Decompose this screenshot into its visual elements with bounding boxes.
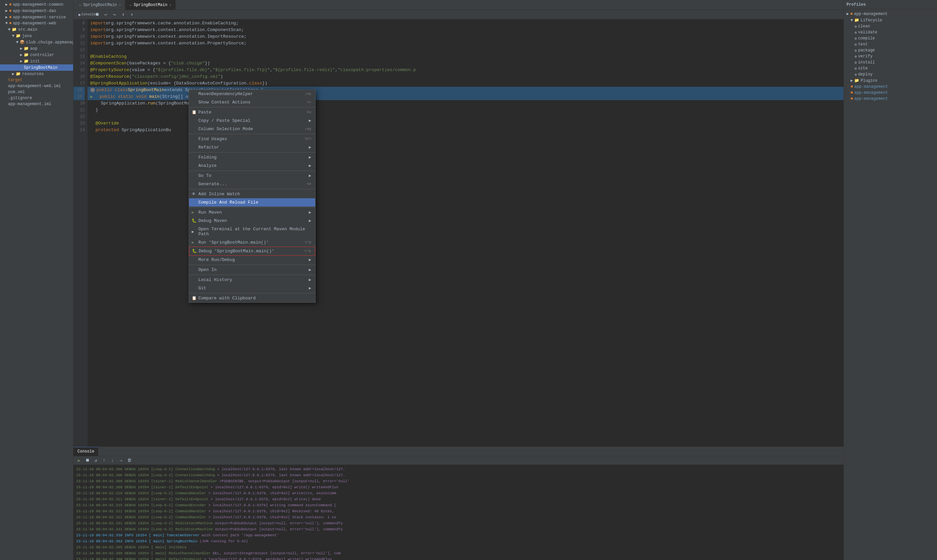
cm-item-column-selection[interactable]: Column Selection Mode ⇧⌘8 <box>189 125 315 133</box>
run-icon: ▶ <box>192 240 194 245</box>
submenu-arrow-icon: ▶ <box>309 286 311 291</box>
cm-item-maven-helper[interactable]: MavenDependencyHelper ⇧⌘D <box>189 90 315 98</box>
terminal-icon: ▶ <box>192 229 194 234</box>
cm-item-open-terminal[interactable]: ▶ Open Terminal at the Current Maven Mod… <box>189 225 315 238</box>
cm-item-paste[interactable]: 📋 Paste ⌘V <box>189 108 315 117</box>
cm-item-local-history[interactable]: Local History ▶ <box>189 276 315 284</box>
cm-separator-4 <box>189 171 315 171</box>
submenu-arrow-icon: ▶ <box>309 145 311 150</box>
debug-icon: 🐛 <box>192 249 197 254</box>
cm-separator-8 <box>189 275 315 275</box>
main-layout: ▶ ■ app-management-common ▶ ■ app-manage… <box>0 0 937 560</box>
cm-item-debug-springboot[interactable]: 🐛 Debug 'SpringBootMain.main()' ⌥⌃D <box>189 247 315 255</box>
watch-icon: 👁 <box>192 192 196 197</box>
cm-item-add-inline-watch[interactable]: 👁 Add Inline Watch <box>189 190 315 198</box>
cm-separator-7 <box>189 265 315 265</box>
compare-icon: 📋 <box>192 296 197 301</box>
cm-item-run-maven[interactable]: ▶ Run Maven ▶ <box>189 208 315 217</box>
cm-item-run-springboot[interactable]: ▶ Run 'SpringBootMain.main()' ⌥⌃R <box>189 238 315 247</box>
cm-item-goto[interactable]: Go To ▶ <box>189 172 315 180</box>
cm-item-git[interactable]: Git ▶ <box>189 284 315 292</box>
cm-item-analyze[interactable]: Analyze ▶ <box>189 162 315 170</box>
submenu-arrow-icon: ▶ <box>309 118 311 123</box>
cm-item-generate[interactable]: Generate... ⌥⌘ <box>189 180 315 188</box>
submenu-arrow-icon: ▶ <box>309 210 311 215</box>
submenu-arrow-icon: ▶ <box>309 218 311 223</box>
maven-run-icon: ▶ <box>192 210 194 215</box>
context-menu: MavenDependencyHelper ⇧⌘D Show Context A… <box>189 89 316 303</box>
cm-separator-9 <box>189 293 315 293</box>
cm-item-more-run-debug[interactable]: More Run/Debug ▶ <box>189 255 315 264</box>
cm-item-refactor[interactable]: Refactor ▶ <box>189 143 315 152</box>
cm-separator-2 <box>189 134 315 134</box>
paste-icon: 📋 <box>192 110 197 115</box>
cm-item-find-usages[interactable]: Find Usages ⌥F7 <box>189 135 315 143</box>
cm-separator-6 <box>189 207 315 208</box>
cm-separator-3 <box>189 152 315 152</box>
cm-item-context-actions[interactable]: Show Context Actions ⌥↩ <box>189 98 315 106</box>
context-menu-overlay: MavenDependencyHelper ⇧⌘D Show Context A… <box>0 0 937 560</box>
cm-item-copy-paste-special[interactable]: Copy / Paste Special ▶ <box>189 117 315 125</box>
submenu-arrow-icon: ▶ <box>309 155 311 160</box>
cm-item-open-in[interactable]: Open In ▶ <box>189 266 315 274</box>
submenu-arrow-icon: ▶ <box>309 267 311 272</box>
cm-item-folding[interactable]: Folding ▶ <box>189 153 315 162</box>
submenu-arrow-icon: ▶ <box>309 257 311 262</box>
submenu-arrow-icon: ▶ <box>309 163 311 168</box>
cm-item-compare-clipboard[interactable]: 📋 Compare with Clipboard <box>189 294 315 302</box>
maven-debug-icon: 🐛 <box>192 218 197 223</box>
cm-item-debug-maven[interactable]: 🐛 Debug Maven ▶ <box>189 217 315 225</box>
submenu-arrow-icon: ▶ <box>309 173 311 178</box>
submenu-arrow-icon: ▶ <box>309 277 311 282</box>
cm-item-compile-reload[interactable]: Compile And Reload File <box>189 198 315 206</box>
cm-separator-1 <box>189 107 315 108</box>
